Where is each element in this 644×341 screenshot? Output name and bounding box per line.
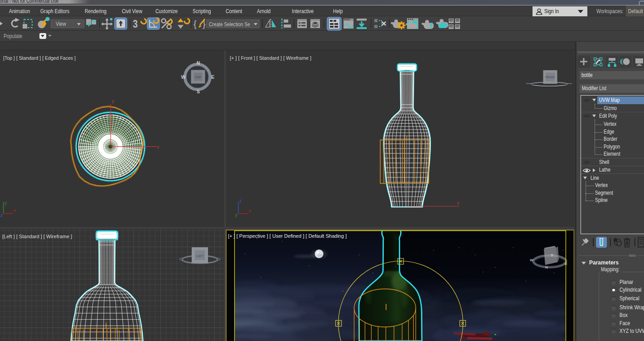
svg-text:S: S xyxy=(197,89,200,94)
svg-text:3: 3 xyxy=(133,19,138,30)
svg-text:x: x xyxy=(457,201,459,206)
svg-text:x: x xyxy=(249,208,251,213)
svg-text:E: E xyxy=(211,74,214,80)
svg-text:W: W xyxy=(530,258,533,262)
svg-text:y: y xyxy=(112,99,114,104)
svg-text:W: W xyxy=(181,74,186,80)
svg-text:x: x xyxy=(14,208,16,213)
svg-text:{: { xyxy=(194,19,197,29)
svg-text:y: y xyxy=(235,212,237,217)
svg-text:[+ ] [ Perspective ] [ User De: [+ ] [ Perspective ] [ User Defined ] [ … xyxy=(228,233,347,239)
svg-text:E: E xyxy=(565,262,567,266)
svg-text:LEFT: LEFT xyxy=(196,254,204,258)
svg-text:FRONT: FRONT xyxy=(545,76,556,79)
svg-text:N: N xyxy=(197,60,200,66)
svg-text:[+ ] [ Front ] [ Standard ] [: [+ ] [ Front ] [ Standard ] [ Wireframe … xyxy=(230,55,311,61)
svg-text:N: N xyxy=(545,265,548,269)
svg-text:TOP: TOP xyxy=(195,75,201,79)
svg-text:[Top ] [ Standard ] [ Edged Fa: [Top ] [ Standard ] [ Edged Faces ] xyxy=(3,55,76,61)
svg-text:z: z xyxy=(239,198,242,203)
svg-text:S: S xyxy=(551,253,553,257)
svg-text:y: y xyxy=(5,201,7,206)
svg-text:[Left ] [ Standard ] [ Wirefra: [Left ] [ Standard ] [ Wireframe ] xyxy=(2,234,72,239)
svg-text:z: z xyxy=(0,213,3,218)
svg-text:x: x xyxy=(157,144,159,149)
